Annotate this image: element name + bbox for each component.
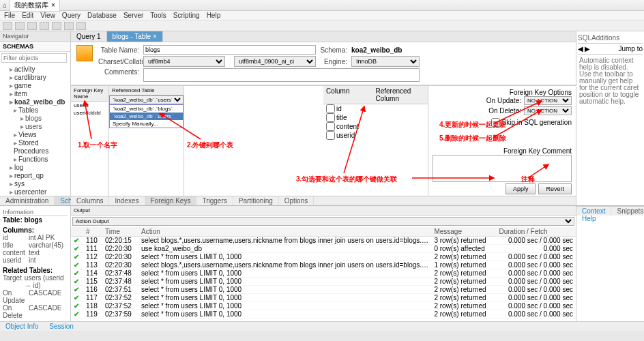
output-panel: Output Action Output #TimeActionMessageD… — [71, 206, 576, 321]
tab-administration[interactable]: Administration — [0, 196, 55, 205]
tree-node[interactable]: ▸log — [1, 164, 69, 172]
collation-select[interactable]: utf8mb4_0900_ai_ci — [234, 56, 316, 67]
comments-input[interactable] — [143, 68, 420, 82]
toolbar-button[interactable] — [76, 22, 86, 30]
fk-name-row[interactable]: useriddddd — [71, 109, 108, 117]
schema-tree[interactable]: ▸activity▸cardlibrary▸game▸item▸koa2_wei… — [0, 64, 70, 196]
menu-file[interactable]: File — [4, 12, 15, 19]
tree-node[interactable]: ▸item — [1, 90, 69, 98]
forward-icon[interactable]: ▶ — [585, 45, 590, 53]
filter-input[interactable] — [1, 53, 67, 63]
tree-node[interactable]: ▸Stored Procedures — [1, 139, 69, 155]
back-icon[interactable]: ◀ — [578, 45, 583, 53]
col-checkbox[interactable] — [326, 131, 335, 140]
tree-node[interactable]: ▸sys — [1, 180, 69, 188]
toolbar-button[interactable] — [52, 22, 61, 30]
context-help-text: Automatic context help is disabled. Use … — [578, 55, 643, 108]
skip-checkbox[interactable] — [491, 118, 500, 127]
content-tabs: Query 1 blogs - Table × — [71, 31, 576, 42]
menu-server[interactable]: Server — [123, 12, 143, 19]
tree-node[interactable]: ▸koa2_weibo_db — [1, 98, 69, 106]
menu-database[interactable]: Database — [87, 12, 117, 19]
table-row[interactable]: ✔11402:37:48select * from users LIMIT 0,… — [71, 269, 576, 278]
menu-edit[interactable]: Edit — [22, 12, 33, 19]
foreign-key-editor: Foreign Key Name userid useriddddd Refer… — [71, 85, 576, 196]
output-selector[interactable]: Action Output — [72, 217, 574, 226]
toolbar-button[interactable] — [3, 22, 12, 30]
menu-query[interactable]: Query — [62, 12, 80, 19]
col-header: Column — [326, 87, 376, 102]
list-item[interactable]: `koa2_weibo_db`.`blogs` — [110, 105, 183, 113]
on-update-select[interactable]: NO ACTION — [524, 96, 572, 105]
tree-node[interactable]: ▸cardlibrary — [1, 74, 69, 82]
tree-node[interactable]: ▸blogs — [1, 115, 69, 123]
col-checkbox[interactable] — [326, 113, 335, 122]
on-delete-select[interactable]: NO ACTION — [524, 106, 572, 115]
ref-table-list[interactable]: `koa2_weibo_db`.`blogs` `koa2_weibo_db`.… — [109, 104, 184, 128]
list-item[interactable]: `koa2_weibo_db`.`users` — [110, 113, 183, 120]
window-tab[interactable]: 我的数据库 × — [10, 0, 60, 12]
revert-button[interactable]: Revert — [538, 183, 572, 194]
subtab-triggers[interactable]: Triggers — [196, 196, 233, 205]
fk-name-row[interactable]: userid — [71, 102, 108, 109]
menu-scripting[interactable]: Scripting — [173, 12, 200, 19]
tab-snippets[interactable]: Snippets — [611, 207, 644, 216]
jump-to-label[interactable]: Jump to — [591, 45, 643, 53]
schema-label: Schema: — [320, 46, 347, 54]
subtab-indexes[interactable]: Indexes — [109, 196, 145, 205]
toolbar-button[interactable] — [64, 22, 74, 30]
table-row[interactable]: ✔11302:20:30select blogs.*,users.usernam… — [71, 261, 576, 269]
table-row[interactable]: ✔11002:20:15select blogs.*,users.usernam… — [71, 237, 576, 245]
fk-columns: ColumnReferenced Column id title content… — [323, 86, 428, 196]
subtab-partitioning[interactable]: Partitioning — [233, 196, 279, 205]
main-toolbar — [0, 20, 644, 31]
tree-node[interactable]: ▸Functions — [1, 155, 69, 164]
toolbar-button[interactable] — [40, 22, 49, 30]
tab-object-info[interactable]: Object Info — [0, 322, 44, 331]
menu-tools[interactable]: Tools — [150, 12, 166, 19]
tree-node[interactable]: ▸report_qp — [1, 172, 69, 180]
tab-blogs-table[interactable]: blogs - Table × — [107, 31, 163, 42]
navigator-title: Navigator — [0, 31, 70, 42]
apply-button[interactable]: Apply — [506, 183, 536, 194]
close-icon[interactable]: × — [153, 33, 157, 40]
tree-node[interactable]: ▸Tables — [1, 106, 69, 115]
table-name-label: Table Name: — [98, 46, 139, 54]
tree-node[interactable]: ▸game — [1, 82, 69, 90]
table-row[interactable]: ✔11602:37:51select * from users LIMIT 0,… — [71, 286, 576, 294]
close-icon[interactable]: × — [51, 1, 55, 9]
table-row[interactable]: ✔11502:37:48select * from users LIMIT 0,… — [71, 278, 576, 286]
engine-select[interactable]: InnoDB — [351, 56, 420, 67]
schema-value: koa2_weibo_db — [351, 46, 420, 54]
tree-node[interactable]: ▸activity — [1, 65, 69, 74]
menu-view[interactable]: View — [40, 12, 55, 19]
tab-query1[interactable]: Query 1 — [71, 31, 107, 42]
related-section: Related Tables: — [3, 267, 68, 274]
charset-select[interactable]: utf8mb4 — [143, 56, 225, 67]
table-row[interactable]: ✔11202:20:30select * from users LIMIT 0,… — [71, 253, 576, 261]
tree-node[interactable]: ▸Views — [1, 131, 69, 139]
toolbar-button[interactable] — [27, 22, 37, 30]
table-row[interactable]: ✔11702:37:52select * from users LIMIT 0,… — [71, 294, 576, 302]
col-checkbox[interactable] — [326, 122, 335, 131]
table-row[interactable]: ✔11902:37:59select * from users LIMIT 0,… — [71, 310, 576, 318]
tree-node[interactable]: ▸users — [1, 123, 69, 131]
table-name-input[interactable] — [143, 45, 316, 55]
list-item[interactable]: Specify Manually... — [110, 120, 183, 128]
tree-node[interactable]: ▸usercenter — [1, 188, 69, 196]
toolbar-button[interactable] — [15, 22, 25, 30]
subtab-columns[interactable]: Columns — [71, 196, 109, 205]
subtab-foreign-keys[interactable]: Foreign Keys — [145, 196, 197, 205]
tab-session[interactable]: Session — [44, 322, 79, 331]
subtab-options[interactable]: Options — [279, 196, 314, 205]
fk-comment-input[interactable] — [433, 155, 572, 182]
schemas-header: SCHEMAS — [0, 42, 70, 52]
ref-table-select[interactable]: `koa2_weibo_db`.`users` — [109, 95, 184, 104]
table-row[interactable]: ✔11802:37:52select * from users LIMIT 0,… — [71, 302, 576, 310]
col-checkbox[interactable] — [326, 104, 335, 113]
tab-context-help[interactable]: Context Help — [576, 207, 611, 216]
menu-help[interactable]: Help — [207, 12, 221, 19]
table-row[interactable]: ✔11102:20:30use koa2_weibo_db0 row(s) af… — [71, 245, 576, 253]
home-icon[interactable]: ⌂ — [3, 1, 7, 9]
on-update-label: On Update: — [486, 97, 521, 104]
